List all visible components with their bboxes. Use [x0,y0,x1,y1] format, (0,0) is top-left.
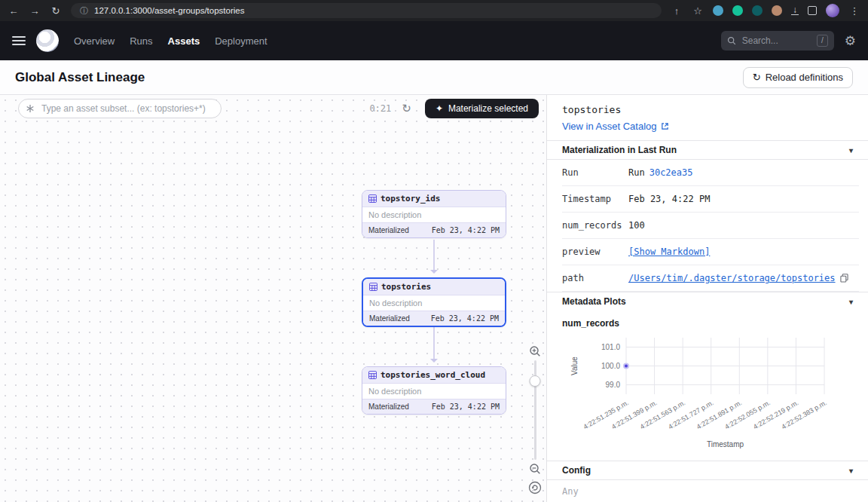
external-link-icon [661,122,669,130]
asset-description: No description [362,384,506,399]
materialize-selected-button[interactable]: ✦ Materialize selected [425,99,539,118]
table-row: Run Run 30c2ea35 [562,160,859,186]
chevron-down-icon: ▾ [849,467,853,475]
asset-name: topstories_word_cloud [381,370,485,380]
metadata-key: Run [562,167,628,178]
metadata-plot: 99.0100.0101.04:22:51.235 p.m.4:22:51.39… [562,330,854,440]
table-icon [369,283,377,291]
bookmark-star-icon[interactable]: ☆ [692,5,704,17]
browser-reload-icon[interactable]: ↻ [50,5,62,17]
search-placeholder: Search... [742,35,811,46]
site-info-icon[interactable]: ⓘ [80,5,88,17]
asset-status: Materialized [369,314,410,323]
tab-window-icon[interactable] [808,6,817,15]
back-icon[interactable]: ← [8,5,20,17]
asset-details-panel: topstories View in Asset Catalog Materia… [546,95,868,502]
nav-links: Overview Runs Assets Deployment [74,35,267,47]
zoom-controls [527,345,542,494]
run-link[interactable]: 30c2ea35 [649,167,693,178]
view-in-asset-catalog-link[interactable]: View in Asset Catalog [562,121,669,132]
extension-icon-3[interactable] [752,5,763,16]
asset-status: Materialized [368,226,409,234]
svg-text:100.0: 100.0 [601,362,620,370]
page-title: Global Asset Lineage [15,70,145,85]
asset-filter-icon [26,104,35,113]
extension-icon-4[interactable] [772,5,782,16]
app-window: ← → ↻ ⓘ 127.0.0.1:3000/asset-groups/tops… [0,0,868,502]
svg-text:4:22:51.235 p.m.: 4:22:51.235 p.m. [582,399,630,430]
settings-gear-icon[interactable]: ⚙ [845,33,856,49]
edge-arrow [433,327,435,362]
metadata-plot-container: 99.0100.0101.04:22:51.235 p.m.4:22:51.39… [547,329,868,448]
asset-name: topstories [381,282,431,292]
table-row: Timestamp Feb 23, 4:22 PM [562,186,859,213]
asset-timestamp: Feb 23, 4:22 PM [431,314,499,323]
search-shortcut-key: / [817,35,828,47]
refresh-timer: 0:21 [369,103,391,114]
search-icon [727,36,736,45]
hamburger-menu-icon[interactable] [12,36,26,45]
nav-item-runs[interactable]: Runs [130,35,152,47]
graph-refresh-icon[interactable]: ↻ [402,102,411,115]
section-metadata-plots[interactable]: Metadata Plots ▾ [547,292,868,311]
metadata-key: preview [562,246,628,257]
lineage-graph-canvas[interactable]: 0:21 ↻ ✦ Materialize selected topstory_i… [0,95,546,502]
svg-text:101.0: 101.0 [601,343,620,351]
copy-icon[interactable] [840,274,848,283]
materialize-icon: ✦ [436,103,443,114]
config-value: Any [547,480,868,502]
section-config[interactable]: Config ▾ [547,461,868,480]
asset-node-topstories[interactable]: topstories No description Materialized F… [362,277,506,327]
extension-icon-1[interactable] [713,5,723,16]
url-text: 127.0.0.1:3000/asset-groups/topstories [94,6,244,15]
svg-text:99.0: 99.0 [606,381,621,389]
share-icon[interactable]: ↑ [671,5,683,17]
nav-item-deployment[interactable]: Deployment [215,35,267,47]
forward-icon[interactable]: → [29,5,41,17]
reload-definitions-button[interactable]: ↻ Reload definitions [743,67,853,88]
zoom-out-icon[interactable] [529,463,541,475]
nav-item-assets[interactable]: Assets [168,35,200,47]
zoom-slider-handle[interactable] [530,375,541,387]
dagster-logo[interactable] [36,29,59,52]
svg-text:Value: Value [570,357,579,375]
global-search[interactable]: Search... / [721,31,834,51]
metadata-value: 100 [628,220,645,231]
asset-node-topstories-word-cloud[interactable]: topstories_word_cloud No description Mat… [362,366,506,415]
asset-timestamp: Feb 23, 4:22 PM [432,226,500,234]
table-row: path /Users/tim/.dagster/storage/topstor… [562,265,859,292]
browser-menu-icon[interactable]: ⋮ [848,5,860,17]
page-header: Global Asset Lineage ↻ Reload definition… [0,60,868,95]
materialization-table: Run Run 30c2ea35 Timestamp Feb 23, 4:22 … [562,160,859,292]
nav-item-overview[interactable]: Overview [74,35,115,47]
asset-description: No description [363,295,505,311]
chevron-down-icon: ▾ [849,146,853,155]
metadata-value: Feb 23, 4:22 PM [628,194,710,204]
browser-chrome: ← → ↻ ⓘ 127.0.0.1:3000/asset-groups/tops… [0,0,868,21]
zoom-in-icon[interactable] [529,345,541,357]
section-materialization[interactable]: Materialization in Last Run ▾ [547,140,868,160]
show-markdown-link[interactable]: [Show Markdown] [628,246,710,257]
asset-status: Materialized [368,403,409,411]
metadata-key: num_records [562,220,628,231]
asset-node-topstory-ids[interactable]: topstory_ids No description Materialized… [362,190,506,238]
extension-icon-2[interactable] [732,5,743,16]
table-icon [368,371,377,379]
metadata-key: path [562,273,628,283]
asset-name: topstory_ids [381,194,440,204]
selected-asset-title: topstories [562,104,853,115]
plot-x-axis-label: Timestamp [626,440,824,448]
table-row: preview [Show Markdown] [562,239,859,265]
zoom-slider[interactable] [534,360,536,460]
profile-avatar[interactable] [826,4,839,17]
asset-filter-input[interactable] [18,99,222,118]
path-link[interactable]: /Users/tim/.dagster/storage/topstories [628,273,836,283]
plot-title: num_records [547,311,868,329]
recenter-icon[interactable] [528,481,542,494]
app-nav: Overview Runs Assets Deployment Search..… [0,21,868,60]
downloads-icon[interactable]: ↓ [791,7,799,15]
graph-toolbar: 0:21 ↻ ✦ Materialize selected [18,99,539,118]
edge-arrow [433,240,435,273]
table-icon [368,194,377,203]
url-bar[interactable]: ⓘ 127.0.0.1:3000/asset-groups/topstories [71,3,662,18]
